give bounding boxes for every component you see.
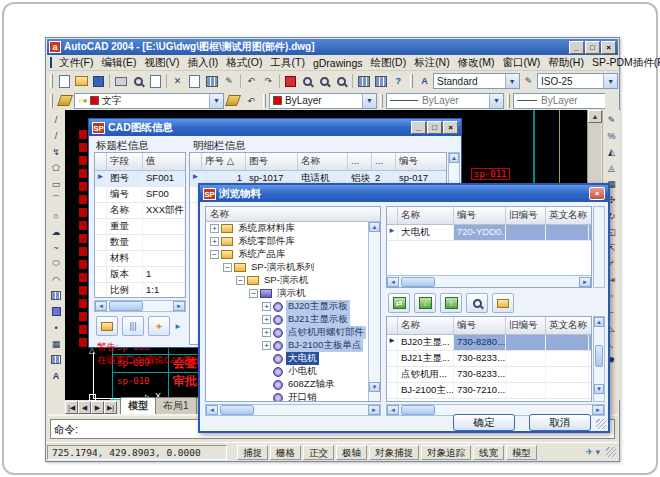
minimize-button[interactable]: _ xyxy=(569,41,584,54)
table-row[interactable]: 比例 1:1 xyxy=(95,283,185,298)
scroll-left-icon[interactable]: ◄ xyxy=(387,405,399,415)
dim-style-combo[interactable]: ISO-25 ▼ xyxy=(537,73,618,89)
tab-last-icon[interactable]: ▶| xyxy=(104,401,117,414)
browse-title-bar[interactable]: SP 浏览物料 × xyxy=(200,185,608,202)
lineweight-combo[interactable]: ByLayer xyxy=(513,93,605,109)
toggle-otrack[interactable]: 对象追踪 xyxy=(421,445,471,460)
table-row[interactable]: ► 大电机 720-YDD0... xyxy=(387,225,591,241)
tree-item[interactable]: 系统产品库 xyxy=(236,248,288,261)
dialog-close-button[interactable]: × xyxy=(443,121,458,134)
tree-item-selected[interactable]: 大电机 xyxy=(286,352,319,365)
tree-item[interactable]: 608ZZ轴承 xyxy=(286,378,336,391)
collapse-icon[interactable]: − xyxy=(223,263,232,272)
titleblock-hscrollbar[interactable]: ◄ ► xyxy=(94,300,186,312)
scroll-right-icon[interactable]: ► xyxy=(368,405,380,415)
table-row[interactable]: 数量 xyxy=(95,235,185,251)
dwg-document-icon[interactable] xyxy=(50,57,52,68)
tree-item[interactable]: 系统原材料库 xyxy=(236,222,297,235)
publish-icon[interactable] xyxy=(148,74,163,89)
construction-line-icon[interactable]: / xyxy=(49,128,64,143)
toolbar-grip[interactable] xyxy=(380,94,383,108)
scroll-down-icon[interactable]: ▼ xyxy=(594,384,604,394)
copy-icon[interactable] xyxy=(187,74,202,89)
material-list-table[interactable]: 名称 编号 旧编号 英文名称 ► BJ20主显... 730-8280... B… xyxy=(386,316,592,402)
scroll-up-icon[interactable]: ▲ xyxy=(594,317,604,327)
scroll-left-icon[interactable]: ◄ xyxy=(95,301,107,311)
ellipse-icon[interactable]: ⬭ xyxy=(49,256,64,271)
collapse-icon[interactable]: − xyxy=(236,276,245,285)
menu-file[interactable]: 文件(F) xyxy=(55,55,97,71)
menu-sp-pdm[interactable]: SP-PDM插件(P) xyxy=(588,55,660,71)
menu-format[interactable]: 格式(O) xyxy=(222,55,266,71)
tree-item[interactable]: 开口销 xyxy=(286,391,319,402)
circle-icon[interactable]: ○ xyxy=(49,208,64,223)
cut-icon[interactable]: ✕ xyxy=(170,74,185,89)
menu-tools[interactable]: 工具(T) xyxy=(267,55,309,71)
line-icon[interactable]: / xyxy=(49,112,64,127)
text-style-combo[interactable]: Standard ▼ xyxy=(433,73,520,89)
expand-icon[interactable]: + xyxy=(262,328,271,337)
dialog-minimize-button[interactable]: _ xyxy=(411,121,426,134)
toggle-ortho[interactable]: 正交 xyxy=(303,445,334,460)
toggle-osnap[interactable]: 对象捕捉 xyxy=(369,445,419,460)
layer-previous-icon[interactable]: ↶ xyxy=(243,93,259,108)
layer-combo[interactable]: ○● 文字 ▼ xyxy=(74,93,224,109)
menu-insert[interactable]: 插入(I) xyxy=(183,55,222,71)
insert-block-icon[interactable] xyxy=(49,288,64,303)
mirror-icon[interactable]: ◭ xyxy=(604,144,619,159)
text-style-icon[interactable]: A xyxy=(417,74,432,89)
scroll-down-icon[interactable]: ▼ xyxy=(369,382,380,392)
tab-layout1[interactable]: 布局1 xyxy=(155,397,197,414)
plot-preview-icon[interactable] xyxy=(131,74,146,89)
mtext-icon[interactable]: A xyxy=(49,368,64,383)
tree-item[interactable]: 点钞机用螺钉部件 xyxy=(286,326,366,339)
move-down-button[interactable]: ↓ xyxy=(414,293,436,313)
scroll-left-icon[interactable]: ◄ xyxy=(387,277,399,287)
scroll-thumb[interactable] xyxy=(401,277,435,287)
point-icon[interactable]: • xyxy=(49,320,64,335)
chevron-down-icon[interactable]: ▼ xyxy=(505,74,519,88)
tree-item[interactable]: BJ21主显示板 xyxy=(286,313,350,326)
expand-icon[interactable]: + xyxy=(210,224,219,233)
menu-view[interactable]: 视图(V) xyxy=(140,55,183,71)
search-button[interactable] xyxy=(466,293,488,313)
rectangle-icon[interactable]: ▭ xyxy=(49,176,64,191)
scroll-up-icon[interactable]: ▲ xyxy=(369,222,380,232)
help-icon[interactable]: ? xyxy=(391,74,406,89)
linetype-combo[interactable]: ByLayer ▼ xyxy=(386,93,504,109)
pan-icon[interactable] xyxy=(283,74,298,89)
toggle-snap[interactable]: 捕捉 xyxy=(237,445,268,460)
menu-edit[interactable]: 编辑(E) xyxy=(97,55,140,71)
material-tree[interactable]: 名称 +系统原材料库 +系统零部件库 −系统产品库 −SP-演示机系列 −SP-… xyxy=(205,206,381,402)
ellipse-arc-icon[interactable]: ◠ xyxy=(49,272,64,287)
open-record-button[interactable] xyxy=(96,316,118,336)
zoom-window-icon[interactable] xyxy=(317,74,332,89)
chevron-down-icon[interactable]: ▼ xyxy=(489,94,503,108)
tree-hscrollbar[interactable]: ◄ ► xyxy=(205,404,381,416)
maximize-button[interactable]: □ xyxy=(585,41,600,54)
expand-icon[interactable]: + xyxy=(210,237,219,246)
undo-icon[interactable]: ↶ xyxy=(243,74,258,89)
table-row[interactable]: 大电机 720-YDD0... xyxy=(387,399,591,402)
cad-info-title-bar[interactable]: SP CAD图纸信息 _ □ × xyxy=(89,119,461,136)
table-row[interactable]: 重量 xyxy=(95,219,185,235)
tree-item[interactable]: 演示机 xyxy=(275,287,308,300)
save-icon[interactable] xyxy=(91,74,106,89)
scroll-up-icon[interactable]: ▲ xyxy=(449,153,459,163)
make-layer-current-icon[interactable] xyxy=(225,93,241,108)
open-icon[interactable] xyxy=(74,74,89,89)
expand-icon[interactable]: + xyxy=(262,315,271,324)
matchprop-icon[interactable]: ✎ xyxy=(221,74,236,89)
table-row[interactable]: 版本 1 xyxy=(95,267,185,283)
table-row[interactable]: BJ-2100主... 730-7210... xyxy=(387,383,591,399)
copy-object-icon[interactable]: % xyxy=(604,128,619,143)
title-bar[interactable]: a AutoCAD 2004 - [E:\UG\dwg\图框\测试用图(部件).… xyxy=(47,39,618,55)
tree-item[interactable]: BJ-2100主板单点 xyxy=(286,339,363,352)
ok-button[interactable]: 确定 xyxy=(453,414,515,431)
make-block-icon[interactable] xyxy=(49,304,64,319)
communication-center-icon[interactable]: ✈ ▾ xyxy=(585,447,600,457)
paste-icon[interactable] xyxy=(204,74,219,89)
menu-draw[interactable]: 绘图(D) xyxy=(367,55,411,71)
table-row[interactable]: ► BJ20主显... 730-8280... xyxy=(387,335,591,351)
zoom-realtime-icon[interactable] xyxy=(300,74,315,89)
